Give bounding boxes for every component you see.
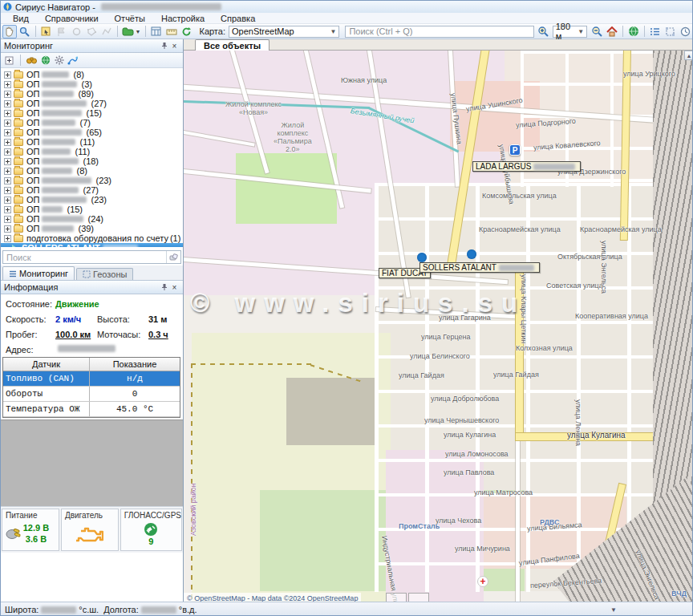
- expand-icon[interactable]: [4, 187, 11, 194]
- geo-tool-3-button[interactable]: [84, 25, 99, 38]
- street-label: улица Ленина: [574, 399, 582, 446]
- sensor-row[interactable]: Температура ОЖ45.0 °C: [3, 402, 180, 417]
- street-label: Жилой комплекс «Пальмира 2.0»: [274, 121, 312, 153]
- tree-item[interactable]: ОП(27): [1, 99, 183, 108]
- map-tab-all-objects[interactable]: Все объекты: [195, 39, 270, 51]
- globe-button[interactable]: [626, 25, 641, 38]
- history-button[interactable]: [678, 25, 692, 38]
- layers-button[interactable]: ▼: [121, 25, 142, 38]
- geo-tool-2-button[interactable]: [69, 25, 83, 38]
- tree-globe-button[interactable]: [40, 55, 51, 66]
- pan-tool-button[interactable]: [2, 25, 17, 38]
- tree-item[interactable]: ОП(8): [1, 70, 183, 79]
- zoom-out-button[interactable]: [590, 25, 604, 38]
- refresh-button[interactable]: [180, 25, 194, 38]
- tab-geozones[interactable]: Геозоны: [76, 268, 133, 280]
- tree-item[interactable]: ОП(11): [1, 137, 183, 147]
- expand-icon[interactable]: [4, 91, 11, 98]
- expand-icon[interactable]: [4, 177, 11, 184]
- tree-item[interactable]: ОП(65): [1, 128, 183, 137]
- tree-settings-button[interactable]: [54, 55, 64, 66]
- geo-tool-1-button[interactable]: [54, 25, 68, 38]
- mileage-value[interactable]: 100.0 км: [55, 330, 97, 339]
- tree-item[interactable]: ОП(11): [1, 147, 183, 156]
- tree-item[interactable]: ОП(23): [1, 176, 183, 185]
- expand-icon[interactable]: [4, 71, 11, 79]
- tree-item[interactable]: ОП(15): [1, 108, 183, 118]
- expand-icon[interactable]: [4, 206, 11, 213]
- expand-icon[interactable]: [4, 216, 11, 223]
- pin-button[interactable]: [159, 282, 169, 293]
- street-label: улица Гайдая: [399, 371, 444, 379]
- vehicle-marker-dot[interactable]: [417, 253, 427, 262]
- binoculars-button[interactable]: [26, 55, 37, 66]
- expand-icon[interactable]: [4, 100, 11, 107]
- tree-item[interactable]: ОП(7): [1, 118, 183, 128]
- expand-icon[interactable]: [4, 158, 11, 165]
- expand-icon[interactable]: [4, 129, 11, 136]
- sensor-row[interactable]: Обороты0: [3, 387, 180, 402]
- tree-item[interactable]: ОП(3): [1, 79, 183, 89]
- expand-icon[interactable]: [4, 168, 11, 175]
- vehicle-label[interactable]: SOLLERS ATALANT: [419, 262, 540, 273]
- tree-item[interactable]: SOLLERS ATLANT: [1, 243, 183, 247]
- tree-item[interactable]: ОП(18): [1, 156, 183, 166]
- expand-icon[interactable]: [4, 225, 11, 233]
- scale-combo[interactable]: 180 м ▼: [553, 26, 587, 38]
- zoom-tool-button[interactable]: [18, 25, 32, 38]
- tree-item[interactable]: ОП(24): [1, 214, 183, 224]
- value-col-header[interactable]: Показание: [90, 358, 180, 371]
- home-button[interactable]: [605, 25, 619, 38]
- select-tool-button[interactable]: [39, 25, 54, 38]
- vehicle-arrow-icon: [12, 245, 17, 247]
- vehicle-label[interactable]: LADA LARGUS: [472, 161, 581, 172]
- expand-icon[interactable]: [4, 139, 11, 146]
- status-expand-icon[interactable]: ▼: [610, 606, 617, 614]
- sensor-table-wrap: Датчик Показание Топливо (CAN)н/дОбороты…: [1, 355, 183, 419]
- selection-area-button[interactable]: [663, 25, 677, 38]
- menu-item-3[interactable]: Настройка: [154, 13, 212, 24]
- zoom-in-button[interactable]: [536, 25, 550, 38]
- tree-item[interactable]: подготовка оборудования по счету(1): [1, 233, 183, 243]
- map-canvas[interactable]: улица УрицкогоЮжная улицаулица Пушкинаул…: [184, 51, 693, 616]
- tree-item[interactable]: ОП(27): [1, 185, 183, 195]
- expand-icon[interactable]: [4, 148, 11, 156]
- tree-item[interactable]: ОП(23): [1, 195, 183, 205]
- tree-item[interactable]: ОП(15): [1, 205, 183, 214]
- close-button[interactable]: ×: [169, 282, 180, 293]
- street-label: Комсомольская улица: [482, 192, 557, 200]
- sidebar-search[interactable]: Поиск: [2, 250, 181, 264]
- menu-item-4[interactable]: Справка: [213, 13, 262, 24]
- clear-search-button[interactable]: [166, 251, 180, 263]
- menu-item-1[interactable]: Справочники: [38, 13, 106, 24]
- expand-icon[interactable]: [4, 120, 11, 127]
- close-button[interactable]: ×: [169, 41, 180, 51]
- expand-icon[interactable]: [4, 110, 11, 117]
- selection-icon: [665, 26, 675, 37]
- expand-all-button[interactable]: [4, 55, 14, 66]
- tree-item-count: (23): [91, 195, 107, 205]
- ruler-button[interactable]: [164, 25, 179, 38]
- tree-item[interactable]: ОП(8): [1, 166, 183, 176]
- expand-icon[interactable]: [4, 235, 11, 242]
- list-button[interactable]: [648, 25, 663, 38]
- menu-item-2[interactable]: Отчёты: [107, 13, 152, 24]
- search-input[interactable]: Поиск (Ctrl + Q): [345, 26, 533, 38]
- pin-button[interactable]: [159, 41, 169, 51]
- vehicle-marker-dot[interactable]: [467, 249, 476, 259]
- expand-icon[interactable]: [4, 197, 11, 204]
- tree-item[interactable]: ОП(89): [1, 89, 183, 99]
- hours-value[interactable]: 0.3 ч: [148, 330, 168, 339]
- sensor-row[interactable]: Топливо (CAN)н/д: [3, 371, 180, 387]
- map-select-combo[interactable]: OpenStreetMap ▼: [229, 26, 339, 38]
- folder-icon: [14, 225, 23, 233]
- map-scroll-up-button[interactable]: ▲: [684, 51, 693, 60]
- menu-item-0[interactable]: Вид: [6, 13, 36, 24]
- expand-icon[interactable]: [4, 81, 11, 88]
- tab-monitoring[interactable]: Мониторинг: [2, 266, 75, 280]
- track-button[interactable]: [67, 55, 78, 66]
- tree-item[interactable]: ОП(39): [1, 224, 183, 233]
- grid-view-button[interactable]: [149, 25, 164, 38]
- geo-tool-4-button[interactable]: [99, 25, 114, 38]
- sensor-col-header[interactable]: Датчик: [3, 358, 90, 371]
